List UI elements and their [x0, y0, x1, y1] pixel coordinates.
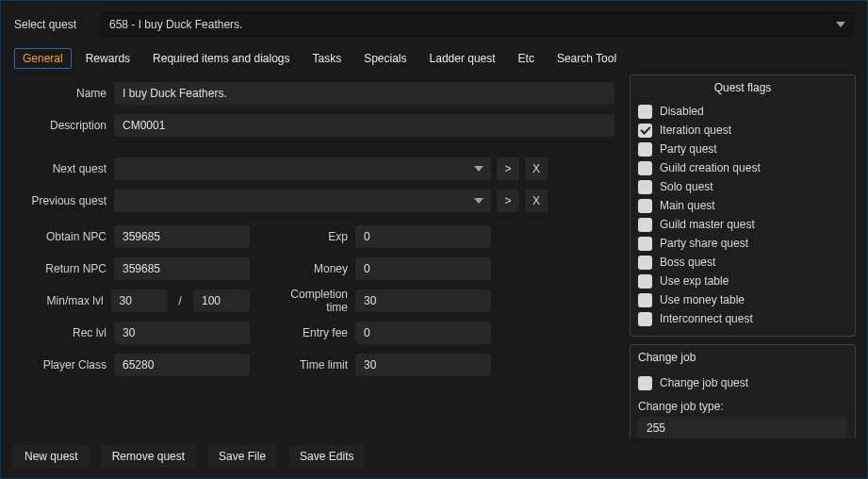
- player-class-input[interactable]: [114, 354, 250, 376]
- change-job-type-input[interactable]: [638, 417, 847, 438]
- checkbox-icon: [638, 237, 652, 251]
- save-file-button[interactable]: Save File: [206, 444, 278, 469]
- entry-fee-input[interactable]: [355, 322, 491, 344]
- previous-quest-go-button[interactable]: >: [497, 190, 519, 212]
- flag-party_share[interactable]: Party share quest: [638, 234, 847, 253]
- next-quest-label: Next quest: [14, 162, 108, 175]
- chevron-down-icon: [474, 198, 483, 204]
- flag-use_money[interactable]: Use money table: [638, 290, 847, 309]
- slash-separator: /: [173, 294, 188, 307]
- flag-label: Use exp table: [660, 274, 729, 288]
- flag-solo[interactable]: Solo quest: [638, 177, 847, 196]
- next-quest-go-button[interactable]: >: [497, 157, 519, 180]
- completion-time-input[interactable]: [355, 289, 491, 312]
- checkbox-icon: [638, 293, 652, 307]
- flag-label: Boss quest: [660, 256, 715, 269]
- flag-disabled[interactable]: Disabled: [638, 102, 847, 121]
- change-job-title: Change job: [638, 351, 847, 364]
- exp-input[interactable]: [355, 225, 491, 248]
- flag-interconnect[interactable]: Interconnect quest: [638, 309, 847, 328]
- description-label: Description: [14, 119, 108, 132]
- obtain-npc-label: Obtain NPC: [14, 230, 108, 243]
- flag-iteration[interactable]: Iteration quest: [638, 121, 847, 140]
- next-quest-clear-button[interactable]: X: [525, 157, 548, 180]
- flag-label: Party share quest: [660, 237, 748, 250]
- tab-bar: GeneralRewardsRequired items and dialogs…: [8, 44, 860, 74]
- next-quest-select[interactable]: [114, 157, 491, 180]
- obtain-npc-input[interactable]: [114, 225, 250, 248]
- flag-label: Solo quest: [660, 180, 713, 193]
- min-lvl-input[interactable]: [111, 289, 168, 312]
- flag-label: Party quest: [660, 142, 717, 156]
- time-limit-label: Time limit: [267, 358, 350, 372]
- quest-select-dropdown[interactable]: 658 - I buy Duck Feathers.: [101, 12, 854, 37]
- footer-toolbar: New quest Remove quest Save File Save Ed…: [8, 438, 860, 471]
- flag-label: Guild master quest: [660, 218, 755, 231]
- tab-general[interactable]: General: [14, 48, 72, 69]
- flag-label: Guild creation quest: [660, 161, 761, 174]
- tab-rewards[interactable]: Rewards: [77, 48, 139, 69]
- previous-quest-label: Previous quest: [14, 194, 108, 207]
- checkbox-icon: [638, 180, 652, 194]
- flag-label: Interconnect quest: [660, 312, 753, 325]
- flag-guild_creation[interactable]: Guild creation quest: [638, 158, 847, 177]
- flag-label: Use money table: [660, 293, 745, 306]
- return-npc-input[interactable]: [114, 257, 250, 280]
- flag-main[interactable]: Main quest: [638, 196, 847, 215]
- previous-quest-select[interactable]: [114, 190, 491, 212]
- flag-boss[interactable]: Boss quest: [638, 253, 847, 272]
- name-input[interactable]: [114, 82, 614, 105]
- name-label: Name: [14, 87, 108, 100]
- checkbox-icon: [638, 256, 652, 270]
- previous-quest-clear-button[interactable]: X: [525, 190, 548, 212]
- flag-guild_master[interactable]: Guild master quest: [638, 215, 847, 234]
- checkbox-icon: [638, 105, 652, 119]
- save-edits-button[interactable]: Save Edits: [287, 444, 366, 469]
- max-lvl-input[interactable]: [193, 289, 250, 312]
- tab-search[interactable]: Search Tool: [549, 48, 625, 69]
- description-input[interactable]: [114, 114, 614, 137]
- change-job-type-label: Change job type:: [638, 400, 847, 413]
- rec-lvl-label: Rec lvl: [14, 326, 108, 339]
- flag-label: Main quest: [660, 199, 715, 212]
- general-form: Name Description Next quest > X Previous…: [12, 74, 620, 438]
- change-job-quest-checkbox[interactable]: Change job quest: [638, 373, 847, 392]
- tab-etc[interactable]: Etc: [510, 48, 543, 69]
- checkbox-icon: [638, 142, 652, 157]
- flag-party[interactable]: Party quest: [638, 140, 847, 158]
- checkbox-icon: [638, 376, 652, 390]
- change-job-quest-label: Change job quest: [660, 376, 748, 389]
- exp-label: Exp: [267, 230, 350, 243]
- quest-flags-panel: Quest flags DisabledIteration questParty…: [630, 74, 856, 337]
- flag-label: Iteration quest: [660, 124, 731, 137]
- checkbox-icon: [638, 312, 652, 326]
- chevron-down-icon: [836, 22, 845, 27]
- checkbox-icon: [638, 199, 652, 213]
- tab-ladder[interactable]: Ladder quest: [421, 48, 504, 69]
- completion-time-label: Completion time: [267, 288, 350, 314]
- quest-flags-title: Quest flags: [638, 81, 847, 94]
- player-class-label: Player Class: [14, 358, 108, 372]
- remove-quest-button[interactable]: Remove quest: [100, 444, 197, 469]
- entry-fee-label: Entry fee: [267, 326, 350, 339]
- flag-use_exp[interactable]: Use exp table: [638, 272, 847, 290]
- flag-label: Disabled: [660, 105, 704, 118]
- time-limit-input[interactable]: [355, 354, 491, 376]
- tab-req[interactable]: Required items and dialogs: [144, 48, 298, 69]
- rec-lvl-input[interactable]: [114, 322, 250, 344]
- checkbox-icon: [638, 274, 652, 289]
- minmax-lvl-label: Min/max lvl: [14, 294, 106, 307]
- return-npc-label: Return NPC: [14, 262, 108, 275]
- checkbox-icon: [638, 161, 652, 175]
- tab-tasks[interactable]: Tasks: [303, 48, 350, 69]
- money-label: Money: [267, 262, 350, 275]
- checkbox-icon: [638, 124, 652, 138]
- checkbox-icon: [638, 218, 652, 232]
- chevron-down-icon: [474, 166, 483, 172]
- quest-select-value: 658 - I buy Duck Feathers.: [109, 18, 242, 31]
- money-input[interactable]: [355, 257, 491, 280]
- tab-specials[interactable]: Specials: [355, 48, 415, 69]
- change-job-panel: Change job Change job quest Change job t…: [630, 344, 856, 438]
- select-quest-label: Select quest: [14, 18, 90, 31]
- new-quest-button[interactable]: New quest: [12, 444, 90, 469]
